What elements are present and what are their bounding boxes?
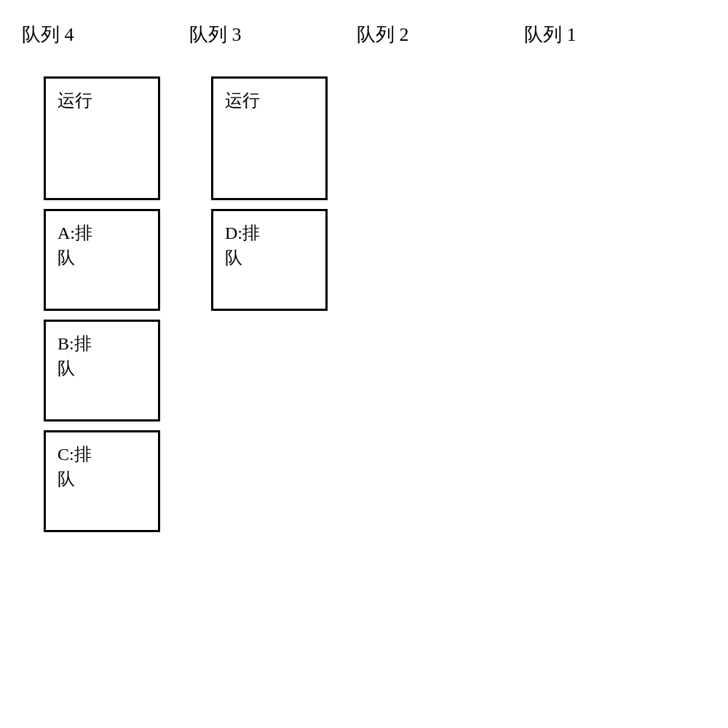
header-row: 队列 1队列 2队列 3队列 4 (15, 22, 713, 47)
header-q4: 队列 4 (22, 22, 189, 47)
col-q3: 运行D:排 队 (211, 76, 379, 311)
header-q1: 队列 1 (524, 22, 692, 47)
col-q4: 运行A:排 队B:排 队C:排 队 (44, 76, 211, 532)
page: 队列 1队列 2队列 3队列 4 运行D:排 队运行A:排 队B:排 队C:排 … (0, 0, 728, 728)
box-q4-a: A:排 队 (44, 209, 160, 311)
header-q2: 队列 2 (357, 22, 524, 47)
box-q4-run: 运行 (44, 76, 160, 200)
box-q3-run: 运行 (211, 76, 328, 200)
columns-container: 运行D:排 队运行A:排 队B:排 队C:排 队 (15, 76, 713, 532)
header-q3: 队列 3 (189, 22, 357, 47)
box-q4-c: C:排 队 (44, 430, 160, 532)
box-q4-b: B:排 队 (44, 320, 160, 422)
box-q3-d: D:排 队 (211, 209, 328, 311)
